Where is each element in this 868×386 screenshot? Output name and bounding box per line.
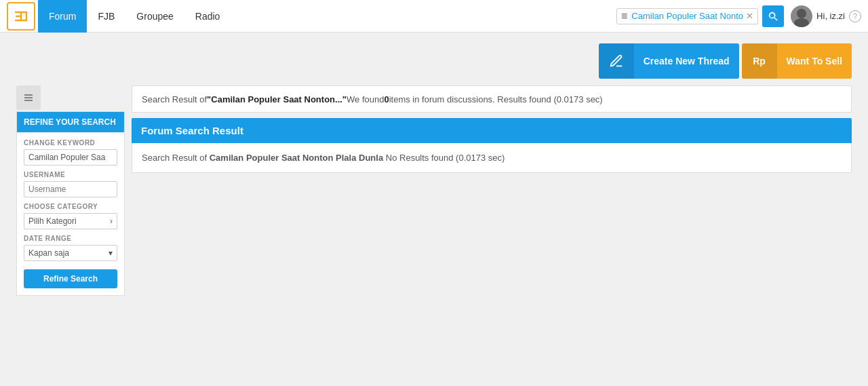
search-value: Camilan Populer Saat Nonto — [631, 11, 743, 21]
category-value: Pilih Kategori — [28, 216, 77, 226]
svg-point-4 — [794, 18, 809, 27]
refine-search-button[interactable]: Refine Search — [24, 269, 117, 288]
username-label: USERNAME — [24, 171, 117, 178]
help-icon[interactable]: ? — [849, 10, 861, 22]
create-thread-button[interactable]: Create New Thread — [599, 43, 739, 79]
navbar: Forum FJB Groupee Radio ≡ Camilan Popule… — [0, 0, 868, 33]
date-label: DATE RANGE — [24, 235, 117, 242]
bar-keyword: "Camilan Populer Saat Nonton..." — [207, 94, 347, 104]
category-select[interactable]: Pilih Kategori › — [24, 213, 117, 229]
toggle-row — [16, 85, 125, 110]
action-bar: Create New Thread Rp Want To Sell — [0, 33, 868, 85]
nav-fjb[interactable]: FJB — [87, 0, 125, 33]
search-result-bar: Search Result of "Camilan Populer Saat N… — [132, 85, 852, 113]
nav-forum[interactable]: Forum — [38, 0, 87, 33]
user-area: Hi, iz.zi ? — [791, 5, 861, 27]
avatar — [791, 5, 812, 27]
main-content: REFINE YOUR SEARCH CHANGE KEYWORD USERNA… — [0, 85, 868, 309]
change-keyword-label: CHANGE KEYWORD — [24, 139, 117, 147]
nav-radio[interactable]: Radio — [184, 0, 231, 33]
svg-line-2 — [774, 18, 777, 20]
refine-header: REFINE YOUR SEARCH — [17, 112, 124, 132]
search-button[interactable] — [762, 5, 784, 27]
create-thread-icon — [599, 43, 634, 79]
forum-result-body: Search Result of Camilan Populer Saat No… — [132, 143, 852, 173]
forum-result-header: Forum Search Result — [132, 118, 852, 143]
no-result-suffix: No Results found (0.0173 sec) — [386, 153, 505, 163]
refine-panel: REFINE YOUR SEARCH CHANGE KEYWORD USERNA… — [16, 111, 125, 296]
no-result-keyword: Camilan Populer Saat Nonton Plala Dunla — [210, 153, 383, 163]
date-select[interactable]: Kapan saja ▾ — [24, 245, 117, 261]
no-result-prefix: Search Result of — [142, 153, 210, 163]
date-value: Kapan saja — [28, 248, 69, 258]
want-to-sell-button[interactable]: Rp Want To Sell — [742, 43, 852, 79]
user-greeting: Hi, iz.zi — [816, 11, 845, 21]
want-to-sell-icon: Rp — [742, 43, 777, 79]
svg-point-1 — [770, 12, 775, 18]
logo[interactable] — [7, 2, 35, 31]
chevron-right-icon: › — [110, 216, 113, 226]
chevron-down-icon: ▾ — [108, 248, 113, 258]
create-thread-label: Create New Thread — [634, 55, 739, 67]
hamburger-icon[interactable]: ≡ — [621, 10, 627, 22]
sidebar-toggle-button[interactable] — [16, 85, 41, 110]
bar-suffix: items in forum discussions. Results foun… — [389, 94, 603, 104]
refine-body: CHANGE KEYWORD USERNAME CHOOSE CATEGORY … — [17, 132, 124, 295]
search-bar: ≡ Camilan Populer Saat Nonto ✕ — [616, 8, 758, 24]
bar-count: 0 — [384, 94, 389, 104]
svg-point-3 — [797, 9, 806, 18]
username-input[interactable] — [24, 181, 117, 197]
sidebar-wrapper: REFINE YOUR SEARCH CHANGE KEYWORD USERNA… — [16, 85, 125, 296]
search-clear-icon[interactable]: ✕ — [746, 11, 753, 21]
bar-prefix: Search Result of — [142, 94, 207, 104]
category-label: CHOOSE CATEGORY — [24, 203, 117, 210]
right-content: Search Result of "Camilan Populer Saat N… — [132, 85, 852, 296]
forum-result-section: Forum Search Result Search Result of Cam… — [132, 118, 852, 173]
nav-groupee[interactable]: Groupee — [125, 0, 184, 33]
want-to-sell-label: Want To Sell — [777, 56, 852, 66]
bar-mid: We found — [347, 94, 384, 104]
change-keyword-input[interactable] — [24, 149, 117, 166]
